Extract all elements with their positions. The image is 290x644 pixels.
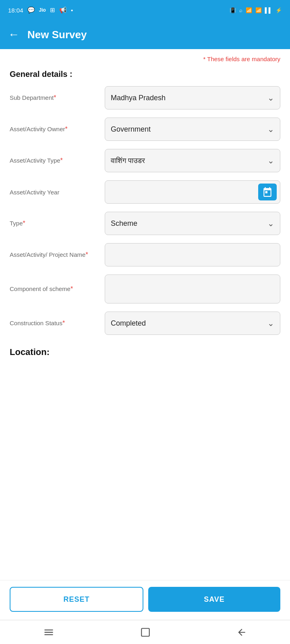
reset-button[interactable]: RESET (10, 587, 143, 612)
asset-year-calendar[interactable] (105, 180, 280, 204)
location-icon: ⌕ (239, 7, 242, 13)
status-time: 18:04 (8, 7, 23, 14)
wifi-icon: 📶 (246, 7, 252, 13)
component-row: Component of scheme* (10, 275, 280, 303)
type-value: Scheme (111, 219, 137, 228)
project-name-input[interactable] (105, 243, 280, 266)
type-row: Type* Scheme ⌄ (10, 212, 280, 235)
project-name-row: Asset/Activity/ Project Name* (10, 243, 280, 266)
asset-owner-label: Asset/Activity Owner* (10, 125, 98, 134)
status-left: 18:04 💬 Jio ⊞ 📢 • (8, 6, 73, 14)
component-input[interactable] (105, 275, 280, 303)
svg-rect-0 (141, 628, 149, 636)
vibrate-icon: 📳 (230, 7, 236, 13)
type-label: Type* (10, 219, 98, 228)
status-right: 📳 ⌕ 📶 📶 ▌▌ ⚡ (230, 7, 282, 13)
grid-icon: ⊞ (50, 6, 55, 14)
asset-owner-dropdown[interactable]: Government ⌄ (105, 118, 280, 141)
sub-department-label: Sub Department* (10, 93, 98, 102)
mandatory-note: * These fields are mandatory (10, 49, 280, 66)
signal-icon: 📶 (255, 7, 262, 13)
back-nav-icon[interactable] (236, 627, 247, 638)
asset-type-dropdown[interactable]: वाशिंग पाउडर ⌄ (105, 149, 280, 172)
asset-type-label: Asset/Activity Type* (10, 156, 98, 165)
project-name-required: * (85, 251, 88, 258)
chat-icon: 📢 (59, 6, 67, 14)
asset-owner-required: * (65, 126, 68, 132)
type-dropdown[interactable]: Scheme ⌄ (105, 212, 280, 235)
home-icon[interactable] (140, 627, 151, 638)
asset-owner-arrow-icon: ⌄ (267, 124, 274, 134)
sub-department-value: Madhya Pradesh (111, 94, 166, 102)
signal2-icon: ▌▌ (265, 7, 272, 13)
asset-type-row: Asset/Activity Type* वाशिंग पाउडर ⌄ (10, 149, 280, 172)
sub-department-arrow-icon: ⌄ (267, 93, 274, 103)
construction-status-label: Construction Status* (10, 319, 98, 328)
asset-type-value: वाशिंग पाउडर (111, 157, 145, 165)
calendar-button[interactable] (258, 184, 277, 200)
status-bar: 18:04 💬 Jio ⊞ 📢 • 📳 ⌕ 📶 📶 ▌▌ ⚡ (0, 0, 290, 20)
asset-type-required: * (60, 157, 63, 164)
project-name-label: Asset/Activity/ Project Name* (10, 250, 98, 259)
construction-status-dropdown[interactable]: Completed ⌄ (105, 312, 280, 335)
main-content: * These fields are mandatory General det… (0, 49, 290, 580)
app-title: New Survey (27, 29, 87, 41)
back-button[interactable]: ← (8, 28, 19, 41)
asset-owner-value: Government (111, 125, 151, 134)
component-label: Component of scheme* (10, 285, 98, 293)
sub-department-dropdown[interactable]: Madhya Pradesh ⌄ (105, 86, 280, 109)
asset-year-row: Asset/Activity Year (10, 180, 280, 204)
sub-department-required: * (54, 94, 56, 101)
type-required: * (23, 220, 25, 227)
whatsapp-icon: 💬 (27, 6, 35, 14)
component-required: * (70, 285, 73, 292)
battery-icon: ⚡ (276, 7, 282, 13)
calendar-icon (262, 187, 273, 197)
construction-status-value: Completed (111, 319, 146, 328)
menu-icon[interactable] (43, 627, 54, 638)
app-bar: ← New Survey (0, 20, 290, 49)
jio-icon: Jio (39, 7, 46, 13)
sub-department-row: Sub Department* Madhya Pradesh ⌄ (10, 86, 280, 109)
nav-bar (0, 620, 290, 644)
asset-owner-row: Asset/Activity Owner* Government ⌄ (10, 118, 280, 141)
save-button[interactable]: SAVE (148, 587, 280, 612)
construction-status-row: Construction Status* Completed ⌄ (10, 312, 280, 335)
general-details-title: General details : (10, 66, 280, 86)
dot-icon: • (71, 7, 73, 14)
asset-year-label: Asset/Activity Year (10, 188, 98, 196)
asset-type-arrow-icon: ⌄ (267, 156, 274, 165)
construction-status-arrow-icon: ⌄ (267, 318, 274, 328)
bottom-buttons: RESET SAVE (0, 580, 290, 620)
location-title: Location: (10, 343, 280, 365)
type-arrow-icon: ⌄ (267, 219, 274, 228)
construction-status-required: * (62, 320, 65, 326)
